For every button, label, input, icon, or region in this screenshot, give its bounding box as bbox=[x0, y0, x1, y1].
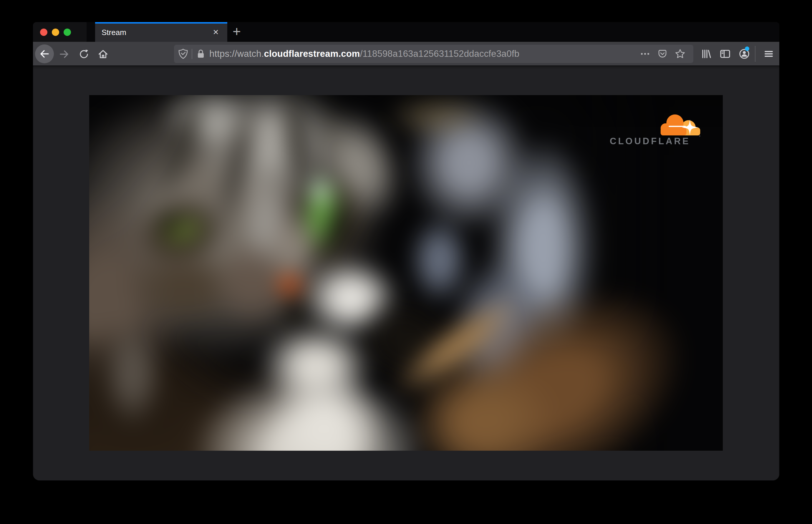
three-dots-icon bbox=[641, 53, 649, 55]
url-text: https://watch.cloudflarestream.com/11859… bbox=[209, 49, 519, 59]
star-icon bbox=[676, 50, 684, 58]
pocket-button[interactable] bbox=[657, 49, 668, 59]
tab-close-icon[interactable]: ✕ bbox=[211, 27, 221, 37]
cloudflare-wordmark: CLOUDFLARE bbox=[610, 136, 691, 147]
new-tab-button[interactable]: + bbox=[230, 24, 244, 39]
cloudflare-cloud-icon bbox=[657, 112, 704, 135]
reload-button[interactable] bbox=[79, 49, 89, 60]
tab-stream[interactable]: Stream ✕ bbox=[95, 22, 227, 42]
forward-icon bbox=[60, 51, 68, 58]
window-zoom-button[interactable] bbox=[64, 29, 71, 36]
browser-window: Stream ✕ + bbox=[33, 22, 779, 480]
tab-strip: Stream ✕ + bbox=[33, 22, 779, 42]
page-content: CLOUDFLARE ' bbox=[33, 66, 779, 480]
library-icon bbox=[703, 50, 711, 58]
sidebar-icon bbox=[721, 50, 730, 58]
tracking-protection-shield-icon[interactable] bbox=[178, 48, 188, 60]
url-path: /118598a163a125631152ddaccfe3a0fb bbox=[360, 49, 520, 59]
home-button[interactable] bbox=[98, 49, 108, 60]
paint-blob bbox=[308, 173, 333, 209]
connection-lock-icon[interactable] bbox=[196, 49, 206, 59]
video-player[interactable]: CLOUDFLARE ' bbox=[89, 95, 723, 451]
paint-blob bbox=[407, 213, 472, 307]
forward-button[interactable] bbox=[59, 49, 69, 60]
video-frame-cat bbox=[89, 95, 723, 451]
home-icon bbox=[99, 51, 107, 58]
url-scheme-subdomain: https://watch. bbox=[209, 49, 264, 59]
account-notification-badge bbox=[745, 47, 749, 51]
urlbar-separator bbox=[192, 49, 192, 59]
sidebar-button[interactable] bbox=[719, 48, 731, 60]
menu-button[interactable] bbox=[763, 48, 774, 60]
pocket-icon bbox=[659, 50, 666, 57]
reload-icon bbox=[80, 50, 88, 58]
cloudflare-watermark: CLOUDFLARE ' bbox=[607, 111, 707, 147]
hamburger-icon bbox=[765, 51, 773, 57]
paint-blob bbox=[278, 275, 299, 292]
library-button[interactable] bbox=[701, 48, 712, 60]
page-actions-button[interactable] bbox=[640, 49, 650, 59]
back-icon bbox=[39, 49, 50, 59]
paint-blob bbox=[100, 318, 165, 430]
bookmark-star-button[interactable] bbox=[675, 48, 686, 60]
paint-blob bbox=[156, 211, 184, 235]
navigation-toolbar: https://watch.cloudflarestream.com/11859… bbox=[33, 42, 779, 66]
tab-title: Stream bbox=[101, 22, 126, 42]
url-domain: cloudflarestream.com bbox=[264, 49, 360, 59]
cloudflare-trademark-tick: ' bbox=[699, 135, 700, 140]
back-button[interactable] bbox=[35, 45, 54, 63]
window-close-button[interactable] bbox=[40, 29, 47, 36]
url-bar[interactable]: https://watch.cloudflarestream.com/11859… bbox=[174, 45, 693, 63]
window-minimize-button[interactable] bbox=[52, 29, 59, 36]
toolbar-separator bbox=[755, 46, 756, 62]
